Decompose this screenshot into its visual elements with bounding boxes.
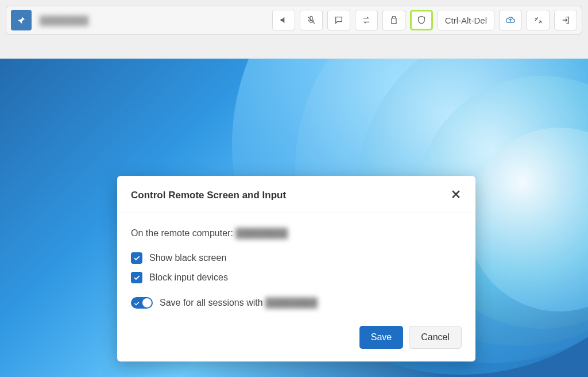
- save-all-target-name: ████████: [265, 298, 318, 307]
- modal-title: Control Remote Screen and Input: [131, 190, 286, 201]
- check-icon: [133, 254, 141, 262]
- check-icon: [133, 300, 140, 307]
- save-all-sessions-label: Save for all sessions with ████████: [160, 298, 318, 308]
- close-icon: [450, 188, 462, 200]
- control-screen-modal: Control Remote Screen and Input On the r…: [117, 176, 475, 361]
- remote-computer-prefix: On the remote computer:: [131, 228, 235, 238]
- close-button[interactable]: [450, 188, 462, 202]
- save-all-sessions-toggle[interactable]: [131, 297, 153, 309]
- remote-computer-name: ████████: [235, 228, 288, 238]
- block-input-label: Block input devices: [149, 272, 228, 283]
- check-icon: [133, 274, 141, 282]
- block-input-row: Block input devices: [131, 272, 462, 283]
- block-input-checkbox[interactable]: [131, 272, 142, 283]
- modal-body: On the remote computer: ████████ Show bl…: [117, 213, 475, 316]
- show-black-screen-label: Show black screen: [149, 253, 226, 263]
- modal-header: Control Remote Screen and Input: [117, 176, 475, 213]
- save-all-prefix: Save for all sessions with: [160, 298, 265, 307]
- cancel-button[interactable]: Cancel: [409, 326, 462, 349]
- save-all-sessions-row: Save for all sessions with ████████: [131, 297, 462, 309]
- remote-computer-line: On the remote computer: ████████: [131, 228, 462, 238]
- app-root: ████████ Ctrl-Alt-Del: [0, 0, 588, 377]
- show-black-screen-checkbox[interactable]: [131, 252, 142, 264]
- modal-footer: Save Cancel: [117, 316, 475, 361]
- save-button[interactable]: Save: [359, 326, 403, 349]
- show-black-screen-row: Show black screen: [131, 252, 462, 264]
